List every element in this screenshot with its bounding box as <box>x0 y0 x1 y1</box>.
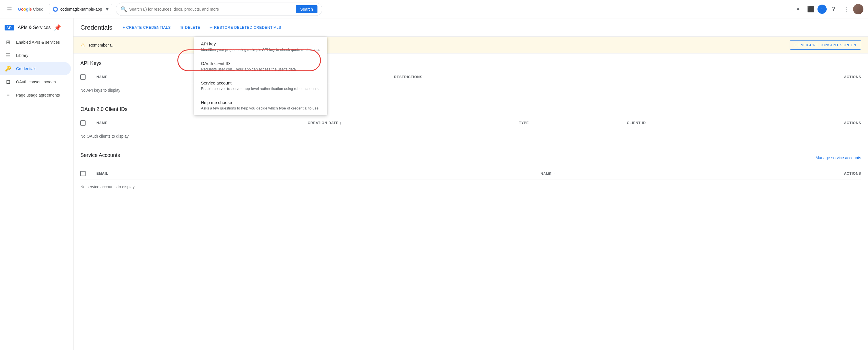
page-usage-icon: ≡ <box>5 92 11 98</box>
restore-deleted-button[interactable]: ↩ RESTORE DELETED CREDENTIALS <box>206 23 285 32</box>
sidebar-item-credentials[interactable]: 🔑 Credentials <box>0 62 71 75</box>
delete-button[interactable]: 🗑 DELETE <box>177 23 204 32</box>
project-dropdown-arrow: ▾ <box>106 6 108 12</box>
help-button[interactable]: ? <box>828 3 839 15</box>
oauth-icon: ⊡ <box>5 79 11 85</box>
api-badge: API <box>5 25 14 30</box>
sa-sort-icon[interactable]: ↑ <box>553 171 555 176</box>
oauth-select-all-checkbox[interactable] <box>81 120 86 125</box>
api-keys-actions-header: Actions <box>838 75 861 79</box>
project-name: codemagic-sample-app <box>60 7 104 11</box>
dropdown-service-account-desc: Enables server-to-server, app-level auth… <box>201 87 320 91</box>
main-content: Credentials + CREATE CREDENTIALS 🗑 DELET… <box>73 19 868 350</box>
sidebar-title: APIs & Services <box>18 25 51 30</box>
service-accounts-empty-message: No service accounts to display <box>81 180 861 194</box>
search-button[interactable]: Search <box>296 5 317 13</box>
user-avatar[interactable] <box>853 4 863 14</box>
service-accounts-header-row: Service Accounts Manage service accounts <box>81 152 861 163</box>
dropdown-oauth-title: OAuth client ID <box>201 61 320 66</box>
oauth-actions-header: Actions <box>838 121 861 125</box>
sidebar-item-oauth-consent[interactable]: ⊡ OAuth consent screen <box>0 75 71 88</box>
sidebar-item-label: Credentials <box>16 66 36 71</box>
api-keys-select-all-checkbox[interactable] <box>81 75 86 80</box>
sidebar-item-label: Library <box>16 53 28 58</box>
alert-icon: ⚠ <box>81 42 86 49</box>
project-icon <box>53 7 58 12</box>
dropdown-item-api-key[interactable]: API key Identifies your project using a … <box>194 37 327 56</box>
api-keys-restrictions-header: Restrictions <box>394 75 834 79</box>
configure-consent-screen-button[interactable]: CONFIGURE CONSENT SCREEN <box>789 40 861 50</box>
page-title: Credentials <box>81 24 112 31</box>
page-header: Credentials + CREATE CREDENTIALS 🗑 DELET… <box>73 19 868 37</box>
service-accounts-section: Service Accounts Manage service accounts… <box>81 152 861 194</box>
dropdown-api-key-title: API key <box>201 41 320 46</box>
header-actions: + CREATE CREDENTIALS 🗑 DELETE ↩ RESTORE … <box>119 23 285 32</box>
oauth-name-header: Name <box>96 121 303 125</box>
sidebar-header: API APIs & Services 📌 <box>0 21 73 36</box>
oauth-clients-empty-message: No OAuth clients to display <box>81 129 861 143</box>
alert-text: Remember t... <box>89 43 786 48</box>
more-options-button[interactable]: ⋮ <box>840 3 852 15</box>
oauth-client-id-header: Client ID <box>627 121 834 125</box>
sa-name-header: Name ↑ <box>540 171 834 176</box>
oauth-clients-table-header: Name Creation date ↓ Type Client ID Acti… <box>81 117 861 129</box>
nav-icons: ✦ ⬛ 1 ? ⋮ <box>792 3 863 15</box>
oauth-type-header: Type <box>519 121 622 125</box>
cloud-shell-button[interactable]: ⬛ <box>805 3 816 15</box>
dropdown-item-oauth-client[interactable]: OAuth client ID Requests user con... you… <box>194 56 327 76</box>
sidebar-item-enabled-apis[interactable]: ⊞ Enabled APIs & services <box>0 36 71 49</box>
dropdown-oauth-desc: Requests user con... your app can access… <box>201 67 320 71</box>
notification-badge[interactable]: 1 <box>817 5 827 14</box>
dropdown-item-help-me-choose[interactable]: Help me choose Asks a few questions to h… <box>194 95 327 115</box>
dropdown-help-desc: Asks a few questions to help you decide … <box>201 106 320 110</box>
library-icon: ☰ <box>5 52 11 59</box>
sidebar: API APIs & Services 📌 ⊞ Enabled APIs & s… <box>0 19 73 350</box>
sort-icon[interactable]: ↓ <box>340 121 342 125</box>
service-accounts-select-all-checkbox[interactable] <box>81 171 86 176</box>
search-input[interactable] <box>129 7 293 11</box>
sidebar-item-label: Page usage agreements <box>16 93 60 97</box>
sidebar-item-label: OAuth consent screen <box>16 80 56 84</box>
create-credentials-button[interactable]: + CREATE CREDENTIALS <box>119 23 174 32</box>
google-cloud-logo: Google Cloud <box>18 7 43 11</box>
search-bar: 🔍 Search <box>116 3 322 16</box>
top-navigation: ☰ Google Cloud codemagic-sample-app ▾ 🔍 … <box>0 0 868 19</box>
oauth-creation-date-header: Creation date ↓ <box>308 121 515 125</box>
sidebar-item-library[interactable]: ☰ Library <box>0 49 71 62</box>
sidebar-item-label: Enabled APIs & services <box>16 40 60 45</box>
enabled-apis-icon: ⊞ <box>5 39 11 46</box>
service-accounts-table-header: Email Name ↑ Actions <box>81 168 861 180</box>
project-selector[interactable]: codemagic-sample-app ▾ <box>49 4 112 14</box>
search-icon: 🔍 <box>121 6 127 12</box>
dropdown-api-key-desc: Identifies your project using a simple A… <box>201 48 320 52</box>
sparkle-icon-button[interactable]: ✦ <box>792 3 804 15</box>
app-body: API APIs & Services 📌 ⊞ Enabled APIs & s… <box>0 19 868 350</box>
credentials-icon: 🔑 <box>5 65 11 72</box>
sa-actions-header: Actions <box>838 172 861 176</box>
dropdown-service-account-title: Service account <box>201 81 320 85</box>
dropdown-item-service-account[interactable]: Service account Enables server-to-server… <box>194 76 327 95</box>
create-credentials-dropdown: API key Identifies your project using a … <box>194 37 327 115</box>
sidebar-item-page-usage[interactable]: ≡ Page usage agreements <box>0 88 71 101</box>
alert-banner: ⚠ Remember t... CONFIGURE CONSENT SCREEN <box>73 37 868 54</box>
service-accounts-title: Service Accounts <box>81 152 120 158</box>
dropdown-help-title: Help me choose <box>201 100 320 105</box>
manage-service-accounts-link[interactable]: Manage service accounts <box>815 155 861 160</box>
content-area: API Keys Name Restrictions Actions No AP… <box>73 54 868 210</box>
pin-icon[interactable]: 📌 <box>54 24 61 31</box>
sa-email-header: Email <box>96 172 536 176</box>
hamburger-menu[interactable]: ☰ <box>5 3 14 15</box>
